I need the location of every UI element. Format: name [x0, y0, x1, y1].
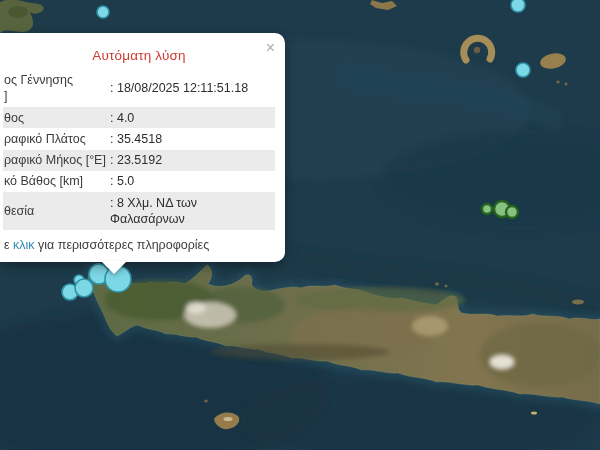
- more-info-text: ε κλικ για περισσότερες πληροφορίες: [3, 230, 275, 253]
- row-label: ος Γέννησης ]: [4, 72, 110, 105]
- row-value: : 23.5192: [110, 152, 273, 168]
- earthquake-info-popup: × Αυτόματη λύση ος Γέννησης ] : 18/08/20…: [0, 33, 285, 262]
- row-label: ραφικό Πλάτος: [4, 131, 110, 147]
- row-longitude: ραφικό Μήκος [°E] : 23.5192: [3, 150, 275, 171]
- row-label: θος: [4, 110, 110, 126]
- row-value: : 4.0: [110, 110, 273, 126]
- row-value: : 5.0: [110, 173, 273, 189]
- row-label: θεσία: [4, 203, 110, 219]
- row-magnitude: θος : 4.0: [3, 107, 275, 128]
- more-info-link[interactable]: κλικ: [13, 238, 35, 252]
- row-label: κό Βάθος [km]: [4, 173, 110, 189]
- quake-marker[interactable]: [75, 279, 93, 297]
- popup-pointer-tail: [101, 261, 127, 274]
- row-location: θεσία : 8 Χλμ. ΝΔ των Φαλασάρνων: [3, 192, 275, 230]
- quake-marker[interactable]: [516, 63, 530, 77]
- map-viewport[interactable]: × Αυτόματη λύση ος Γέννησης ] : 18/08/20…: [0, 0, 600, 450]
- row-value: : 18/08/2025 12:11:51.18: [110, 80, 273, 96]
- row-value: : 8 Χλμ. ΝΔ των Φαλασάρνων: [110, 195, 273, 228]
- row-origin-time: ος Γέννησης ] : 18/08/2025 12:11:51.18: [3, 70, 275, 108]
- row-latitude: ραφικό Πλάτος : 35.4518: [3, 128, 275, 149]
- quake-marker[interactable]: [511, 0, 525, 12]
- popup-rows: ος Γέννησης ] : 18/08/2025 12:11:51.18 θ…: [3, 70, 275, 230]
- quake-marker[interactable]: [482, 204, 492, 214]
- row-label: ραφικό Μήκος [°E]: [4, 152, 110, 168]
- quake-marker[interactable]: [506, 206, 518, 218]
- footer-suffix: για περισσότερες πληροφορίες: [35, 238, 210, 252]
- quake-marker[interactable]: [97, 6, 109, 18]
- row-value: : 35.4518: [110, 131, 273, 147]
- row-depth: κό Βάθος [km] : 5.0: [3, 171, 275, 192]
- footer-prefix: ε: [4, 238, 13, 252]
- close-icon[interactable]: ×: [266, 40, 275, 56]
- popup-title: Αυτόματη λύση: [3, 47, 275, 65]
